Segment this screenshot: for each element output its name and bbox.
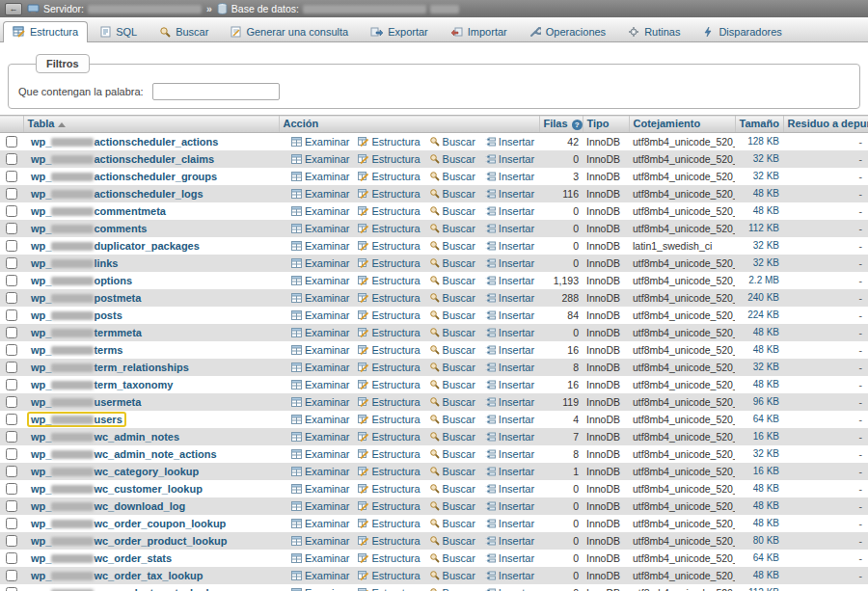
collation[interactable]: utf8mb4_unicode_520_ci	[629, 532, 735, 550]
action-search[interactable]: Buscar	[429, 431, 475, 443]
collation[interactable]: utf8mb4_unicode_520_ci	[629, 567, 735, 584]
action-browse[interactable]: Examinar	[291, 518, 349, 529]
table-name-link[interactable]: wp_commentmeta	[31, 205, 166, 217]
table-name-link[interactable]: wp_actionscheduler_logs	[31, 188, 203, 200]
row-checkbox[interactable]	[6, 257, 17, 269]
row-checkbox[interactable]	[6, 327, 17, 338]
row-checkbox[interactable]	[6, 587, 17, 591]
table-name-link[interactable]: wp_options	[31, 275, 132, 286]
action-structure[interactable]: Estructura	[358, 466, 420, 477]
action-structure[interactable]: Estructura	[358, 188, 420, 200]
action-structure[interactable]: Estructura	[358, 483, 420, 495]
action-insert[interactable]: Insertar	[484, 205, 534, 217]
action-search[interactable]: Buscar	[429, 292, 475, 304]
table-name-link[interactable]: wp_actionscheduler_claims	[31, 153, 214, 165]
action-search[interactable]: Buscar	[429, 362, 475, 373]
action-insert[interactable]: Insertar	[484, 292, 534, 304]
collation[interactable]: utf8mb4_unicode_520_ci	[629, 202, 735, 220]
action-structure[interactable]: Estructura	[358, 223, 420, 234]
action-insert[interactable]: Insertar	[484, 414, 534, 425]
row-checkbox[interactable]	[6, 275, 17, 286]
action-structure[interactable]: Estructura	[358, 309, 420, 321]
action-insert[interactable]: Insertar	[484, 136, 534, 148]
action-browse[interactable]: Examinar	[291, 275, 349, 286]
collation[interactable]: utf8mb4_unicode_520_ci	[629, 376, 735, 393]
table-name-link[interactable]: wp_wc_order_product_lookup	[31, 535, 228, 547]
row-checkbox[interactable]	[6, 431, 17, 443]
action-browse[interactable]: Examinar	[291, 257, 349, 269]
action-search[interactable]: Buscar	[429, 500, 475, 512]
action-insert[interactable]: Insertar	[484, 275, 534, 286]
row-checkbox[interactable]	[6, 205, 17, 217]
action-browse[interactable]: Examinar	[291, 379, 349, 390]
collation[interactable]: utf8mb4_unicode_520_ci	[629, 428, 735, 445]
row-checkbox[interactable]	[6, 396, 17, 408]
breadcrumb-database[interactable]: Base de datos:	[217, 3, 459, 14]
collation[interactable]: utf8mb4_unicode_520_ci	[629, 168, 735, 185]
action-structure[interactable]: Estructura	[358, 535, 420, 547]
table-name-link[interactable]: wp_wc_category_lookup	[31, 466, 199, 477]
action-search[interactable]: Buscar	[429, 275, 475, 286]
action-insert[interactable]: Insertar	[484, 240, 534, 252]
tab-query-builder[interactable]: Generar una consulta	[221, 21, 358, 42]
action-browse[interactable]: Examinar	[291, 396, 349, 408]
tab-import[interactable]: Importar	[441, 21, 517, 42]
action-structure[interactable]: Estructura	[358, 153, 420, 165]
table-name-link[interactable]: wp_wc_order_tax_lookup	[31, 570, 203, 581]
action-browse[interactable]: Examinar	[291, 570, 349, 581]
table-name-link[interactable]: wp_wc_admin_notes	[31, 431, 179, 443]
table-name-link[interactable]: wp_postmeta	[31, 292, 141, 304]
row-checkbox[interactable]	[6, 362, 17, 373]
action-browse[interactable]: Examinar	[291, 448, 349, 460]
action-browse[interactable]: Examinar	[291, 171, 349, 182]
row-checkbox[interactable]	[6, 344, 17, 356]
action-structure[interactable]: Estructura	[358, 275, 420, 286]
action-search[interactable]: Buscar	[429, 483, 475, 495]
collation[interactable]: utf8mb4_unicode_520_ci	[629, 341, 735, 359]
table-name-link[interactable]: wp_usermeta	[31, 396, 141, 408]
action-search[interactable]: Buscar	[429, 396, 475, 408]
action-structure[interactable]: Estructura	[358, 327, 420, 338]
table-name-link[interactable]: wp_termmeta	[31, 327, 142, 338]
action-search[interactable]: Buscar	[429, 518, 475, 529]
collation[interactable]: utf8mb4_unicode_520_ci	[629, 132, 735, 150]
collation[interactable]: utf8mb4_unicode_520_ci	[629, 550, 735, 567]
action-insert[interactable]: Insertar	[484, 362, 534, 373]
collation[interactable]: utf8mb4_unicode_520_ci	[629, 463, 735, 480]
action-insert[interactable]: Insertar	[484, 552, 534, 564]
tab-operations[interactable]: Operaciones	[520, 21, 615, 42]
row-checkbox[interactable]	[6, 570, 17, 581]
table-name-link[interactable]: wp_links	[31, 257, 118, 269]
action-browse[interactable]: Examinar	[291, 223, 349, 234]
header-filas[interactable]: Filas?	[539, 116, 583, 133]
action-browse[interactable]: Examinar	[291, 414, 349, 425]
table-name-link[interactable]: wp_actionscheduler_actions	[31, 136, 218, 148]
action-browse[interactable]: Examinar	[291, 240, 349, 252]
action-insert[interactable]: Insertar	[484, 171, 534, 182]
action-search[interactable]: Buscar	[429, 257, 475, 269]
action-search[interactable]: Buscar	[429, 466, 475, 477]
action-structure[interactable]: Estructura	[358, 448, 420, 460]
action-structure[interactable]: Estructura	[358, 414, 420, 425]
action-insert[interactable]: Insertar	[484, 309, 534, 321]
collation[interactable]: utf8mb4_unicode_520_ci	[629, 289, 735, 307]
tab-structure[interactable]: Estructura	[3, 21, 88, 42]
action-structure[interactable]: Estructura	[358, 552, 420, 564]
collation[interactable]: utf8mb4_unicode_520_ci	[629, 150, 735, 168]
table-name-link[interactable]: wp_wc_admin_note_actions	[31, 448, 217, 460]
table-name-link[interactable]: wp_wc_product_meta_lookup	[31, 587, 225, 591]
action-insert[interactable]: Insertar	[484, 396, 534, 408]
header-tamano[interactable]: Tamaño	[735, 116, 783, 133]
action-insert[interactable]: Insertar	[484, 518, 534, 529]
action-insert[interactable]: Insertar	[484, 570, 534, 581]
header-tabla[interactable]: Tabla	[23, 116, 279, 133]
action-search[interactable]: Buscar	[429, 552, 475, 564]
row-checkbox[interactable]	[6, 309, 17, 321]
row-checkbox[interactable]	[6, 448, 17, 460]
row-checkbox[interactable]	[6, 500, 17, 512]
action-search[interactable]: Buscar	[429, 309, 475, 321]
action-structure[interactable]: Estructura	[358, 518, 420, 529]
collation[interactable]: utf8mb4_unicode_520_ci	[629, 307, 735, 324]
action-structure[interactable]: Estructura	[358, 379, 420, 390]
action-browse[interactable]: Examinar	[291, 552, 349, 564]
